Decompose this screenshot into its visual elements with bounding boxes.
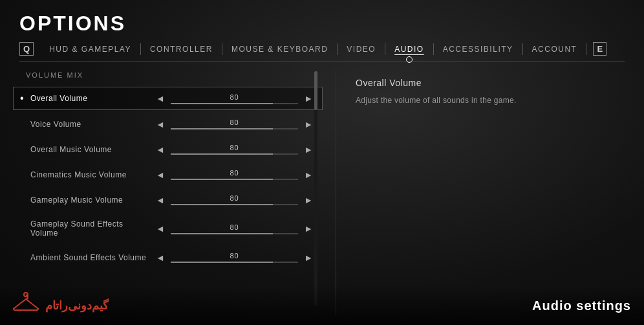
slider-control-overall: ◄ 80 ► — [153, 93, 316, 104]
slider-value-ambient-sfx: 80 — [230, 252, 239, 260]
scroll-thumb[interactable] — [314, 71, 317, 110]
left-panel: VOLUME MIX • Overall Volume ◄ 80 ► — [0, 71, 336, 315]
slider-fill-overall — [171, 103, 273, 104]
nav-left-bracket: Q — [19, 42, 34, 56]
slider-fill-cinematics-music — [171, 179, 273, 180]
nav-item-accessibility[interactable]: ACCESSIBILITY — [434, 43, 523, 55]
slider-track-wrapper-gameplay-music[interactable]: 80 — [171, 194, 298, 205]
arrow-left-gameplay-music[interactable]: ◄ — [153, 195, 167, 205]
nav-right-bracket: E — [593, 42, 606, 56]
slider-track-wrapper-cinematics-music[interactable]: 80 — [171, 169, 298, 180]
nav-item-mouse[interactable]: MOUSE & KEYBOARD — [222, 43, 338, 55]
slider-row-gameplay-music[interactable]: Gameplay Music Volume ◄ 80 ► — [13, 188, 323, 211]
slider-fill-voice — [171, 128, 273, 129]
slider-track-wrapper-ambient-sfx[interactable]: 80 — [171, 252, 298, 263]
slider-label-voice: Voice Volume — [30, 120, 153, 129]
page-title: OPTIONS — [19, 12, 625, 36]
slider-fill-gameplay-sfx — [171, 233, 273, 234]
slider-fill-gameplay-music — [171, 204, 273, 205]
arrow-right-voice[interactable]: ► — [301, 119, 316, 129]
section-title: VOLUME MIX — [13, 71, 323, 79]
slider-control-overall-music: ◄ 80 ► — [153, 144, 316, 155]
footer-brand: Audio settings — [532, 298, 631, 313]
nav-item-controller[interactable]: CONTROLLER — [141, 43, 222, 55]
arrow-left-ambient-sfx[interactable]: ◄ — [153, 252, 167, 263]
logo-icon — [13, 292, 39, 319]
scrollbar[interactable] — [314, 71, 317, 306]
selected-bullet: • — [20, 93, 30, 104]
slider-track-overall-music[interactable] — [171, 153, 298, 155]
nav-item-video[interactable]: VIDEO — [338, 43, 385, 55]
slider-row-gameplay-sfx[interactable]: Gameplay Sound Effects Volume ◄ 80 ► — [13, 214, 323, 243]
slider-row-ambient-sfx[interactable]: Ambient Sound Effects Volume ◄ 80 ► — [13, 246, 323, 269]
slider-fill-overall-music — [171, 153, 273, 155]
slider-control-gameplay-sfx: ◄ 80 ► — [153, 223, 316, 234]
arrow-right-overall[interactable]: ► — [301, 93, 316, 104]
footer: گیم‌دونی‌راتام Audio settings — [0, 286, 644, 325]
nav-item-account[interactable]: ACCOUNT — [523, 43, 587, 55]
slider-track-wrapper-gameplay-sfx[interactable]: 80 — [171, 223, 298, 234]
slider-row-overall-music[interactable]: Overall Music Volume ◄ 80 ► — [13, 138, 323, 161]
navigation: Q HUD & GAMEPLAY CONTROLLER MOUSE & KEYB… — [19, 42, 625, 62]
slider-control-ambient-sfx: ◄ 80 ► — [153, 252, 316, 263]
slider-row-voice[interactable]: Voice Volume ◄ 80 ► — [13, 113, 323, 135]
slider-row-cinematics-music[interactable]: Cinematics Music Volume ◄ 80 ► — [13, 163, 323, 186]
slider-fill-ambient-sfx — [171, 262, 273, 263]
arrow-left-overall[interactable]: ◄ — [153, 93, 167, 104]
footer-logo: گیم‌دونی‌راتام — [13, 292, 109, 319]
slider-track-gameplay-music[interactable] — [171, 204, 298, 205]
right-panel: Overall Volume Adjust the volume of all … — [336, 71, 644, 315]
nav-item-hud[interactable]: HUD & GAMEPLAY — [40, 43, 141, 55]
slider-value-gameplay-music: 80 — [230, 194, 239, 202]
slider-value-overall-music: 80 — [230, 144, 239, 151]
slider-track-wrapper-voice[interactable]: 80 — [171, 118, 298, 129]
main-content: VOLUME MIX • Overall Volume ◄ 80 ► — [0, 62, 644, 315]
slider-value-overall: 80 — [230, 93, 239, 101]
slider-value-gameplay-sfx: 80 — [230, 223, 239, 231]
slider-label-overall-music: Overall Music Volume — [30, 145, 153, 154]
slider-label-cinematics-music: Cinematics Music Volume — [30, 170, 153, 179]
slider-label-overall: Overall Volume — [30, 94, 153, 103]
arrow-right-gameplay-music[interactable]: ► — [301, 195, 316, 205]
logo-text: گیم‌دونی‌راتام — [45, 298, 109, 313]
slider-control-cinematics-music: ◄ 80 ► — [153, 169, 316, 180]
arrow-left-gameplay-sfx[interactable]: ◄ — [153, 223, 167, 234]
slider-label-gameplay-music: Gameplay Music Volume — [30, 196, 153, 205]
slider-track-overall[interactable] — [171, 103, 298, 104]
arrow-right-ambient-sfx[interactable]: ► — [301, 252, 316, 263]
slider-label-gameplay-sfx: Gameplay Sound Effects Volume — [30, 219, 153, 238]
desc-title: Overall Volume — [356, 78, 625, 88]
slider-track-cinematics-music[interactable] — [171, 179, 298, 180]
slider-value-cinematics-music: 80 — [230, 169, 239, 177]
arrow-left-cinematics-music[interactable]: ◄ — [153, 170, 167, 180]
nav-item-audio[interactable]: AUDIO — [385, 43, 434, 55]
slider-track-wrapper-overall-music[interactable]: 80 — [171, 144, 298, 155]
slider-control-gameplay-music: ◄ 80 ► — [153, 194, 316, 205]
slider-track-ambient-sfx[interactable] — [171, 262, 298, 263]
arrow-right-overall-music[interactable]: ► — [301, 144, 316, 155]
header: OPTIONS Q HUD & GAMEPLAY CONTROLLER MOUS… — [0, 0, 644, 62]
arrow-right-gameplay-sfx[interactable]: ► — [301, 223, 316, 234]
slider-value-voice: 80 — [230, 118, 239, 126]
arrow-right-cinematics-music[interactable]: ► — [301, 170, 316, 180]
desc-text: Adjust the volume of all sounds in the g… — [356, 95, 625, 107]
slider-control-voice: ◄ 80 ► — [153, 118, 316, 129]
slider-track-gameplay-sfx[interactable] — [171, 233, 298, 234]
arrow-left-voice[interactable]: ◄ — [153, 119, 167, 129]
slider-label-ambient-sfx: Ambient Sound Effects Volume — [30, 253, 153, 262]
slider-track-wrapper-overall[interactable]: 80 — [171, 93, 298, 104]
slider-row-overall[interactable]: • Overall Volume ◄ 80 ► — [13, 87, 323, 110]
slider-track-voice[interactable] — [171, 128, 298, 129]
arrow-left-overall-music[interactable]: ◄ — [153, 144, 167, 155]
